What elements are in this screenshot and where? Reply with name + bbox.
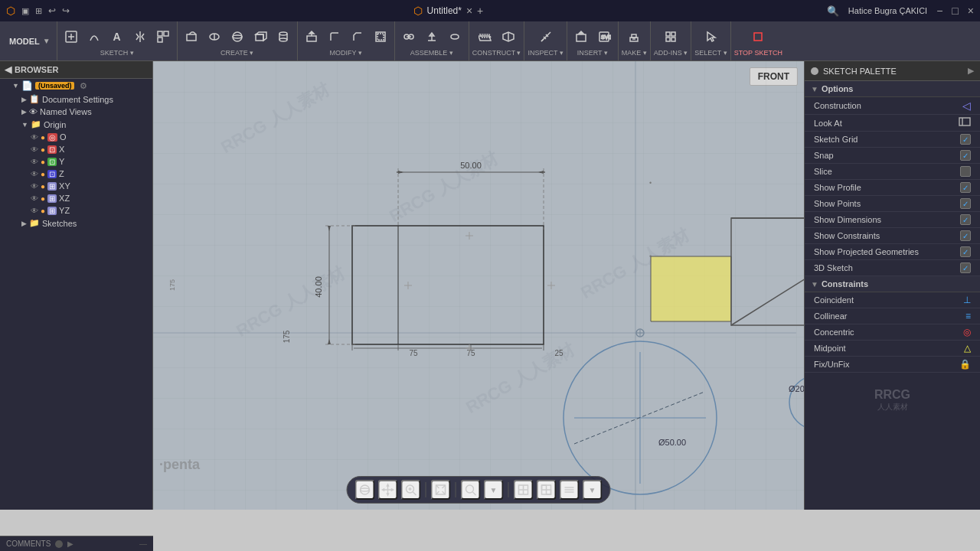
- undo-btn[interactable]: ↩: [48, 5, 56, 16]
- cylinder-btn[interactable]: [273, 26, 294, 47]
- zoom-expand-btn[interactable]: ▼: [484, 480, 504, 500]
- settings-icon[interactable]: ⚙: [80, 81, 87, 91]
- collapse-palette-btn[interactable]: ▶: [968, 66, 974, 76]
- new-tab-btn[interactable]: +: [477, 5, 483, 17]
- browser-item-yz[interactable]: 👁 ● ⊞ YZ: [0, 204, 152, 217]
- motion-link-btn[interactable]: [444, 26, 466, 47]
- insert-svg-btn[interactable]: SVG: [593, 26, 615, 47]
- browser-collapse-icon[interactable]: ◀: [5, 64, 11, 75]
- insert-mesh-btn[interactable]: [570, 26, 592, 47]
- show-projected-checkbox[interactable]: [960, 246, 971, 257]
- construction-icon[interactable]: ◁: [962, 99, 971, 112]
- midplane-btn[interactable]: [498, 26, 519, 47]
- sketch-create-btn[interactable]: [60, 26, 82, 47]
- minimize-btn[interactable]: −: [936, 5, 942, 17]
- browser-item-z[interactable]: 👁 ● ⊡ Z: [0, 168, 152, 180]
- coincident-icon[interactable]: ⊥: [963, 295, 971, 305]
- shell-btn[interactable]: [370, 26, 391, 47]
- browser-item-origin[interactable]: ▼ 📁 Origin: [0, 118, 152, 131]
- browser-item-unsaved[interactable]: ▼ 📄 (Unsaved) ⚙: [0, 79, 152, 93]
- constraints-section-header[interactable]: ▼ Constraints: [805, 276, 980, 292]
- maximize-btn[interactable]: □: [952, 5, 958, 17]
- midpoint-icon[interactable]: △: [964, 343, 971, 354]
- browser-item-o[interactable]: 👁 ● ◎ O: [0, 131, 152, 143]
- svg-rect-21: [307, 36, 316, 41]
- display-mode-btn[interactable]: [514, 480, 534, 500]
- canvas-area[interactable]: RRCG 人人素材 RRCG 人人素材 RRCG 人人素材 RRCG 人人素材 …: [153, 61, 804, 510]
- close-btn[interactable]: ×: [466, 5, 472, 17]
- show-constraints-checkbox[interactable]: [960, 230, 971, 241]
- collinear-icon[interactable]: ≡: [965, 311, 971, 321]
- browser-item-x[interactable]: 👁 ● ⊡ X: [0, 143, 152, 155]
- sphere-btn[interactable]: [227, 26, 248, 47]
- sketch-label: SKETCH ▾: [100, 49, 134, 57]
- fillet-btn[interactable]: [324, 26, 345, 47]
- chamfer-btn[interactable]: [347, 26, 368, 47]
- svg-rect-48: [666, 32, 670, 36]
- extrude-btn[interactable]: [181, 26, 202, 47]
- 3dprint-btn[interactable]: [623, 26, 645, 47]
- browser-item-document-settings[interactable]: ▶ 📋 Document Settings: [0, 93, 152, 106]
- eye-icon-xz[interactable]: 👁: [31, 194, 38, 203]
- look-at-icon[interactable]: [959, 117, 971, 129]
- sketch-canvas[interactable]: 50.00 40.00 75 75 25 175: [153, 61, 804, 510]
- slice-checkbox[interactable]: [960, 166, 971, 177]
- 3d-sketch-checkbox[interactable]: [960, 262, 971, 273]
- expand-view-btn[interactable]: ▼: [583, 480, 603, 500]
- browser-header[interactable]: ◀ BROWSER: [0, 61, 152, 79]
- pattern-btn[interactable]: [152, 26, 174, 47]
- snap-label: Snap: [814, 151, 834, 160]
- sketch-palette-panel: SKETCH PALETTE ▶ ▼ Options Construction …: [804, 61, 980, 510]
- redo-btn[interactable]: ↪: [62, 5, 70, 16]
- revolve-btn[interactable]: [204, 26, 225, 47]
- eye-icon-yz[interactable]: 👁: [31, 207, 38, 215]
- fit-btn[interactable]: [431, 480, 451, 500]
- measure-btn[interactable]: [535, 26, 557, 47]
- arc-btn[interactable]: [83, 26, 105, 47]
- browser-item-sketches[interactable]: ▶ 📁 Sketches: [0, 217, 152, 230]
- toolbar-menu[interactable]: ⊞: [35, 6, 42, 16]
- box-btn[interactable]: [250, 26, 271, 47]
- zoom-dropdown-btn[interactable]: [461, 480, 481, 500]
- sketch-grid-checkbox[interactable]: [960, 134, 971, 145]
- stop-sketch-btn[interactable]: [747, 26, 769, 47]
- ground-btn[interactable]: [421, 26, 443, 47]
- snap-checkbox[interactable]: [960, 150, 971, 161]
- concentric-icon[interactable]: ◎: [963, 327, 971, 337]
- model-dropdown-icon[interactable]: ▼: [43, 37, 51, 45]
- eye-icon-x[interactable]: 👁: [31, 145, 38, 154]
- show-profile-checkbox[interactable]: [960, 182, 971, 193]
- text-btn[interactable]: A: [106, 26, 128, 47]
- fix-icon[interactable]: 🔒: [959, 359, 971, 370]
- eye-icon-o[interactable]: 👁: [31, 133, 38, 142]
- show-dimensions-checkbox[interactable]: [960, 214, 971, 225]
- joint-btn[interactable]: [398, 26, 420, 47]
- model-selector[interactable]: MODEL ▼: [3, 21, 57, 60]
- option-3d-sketch: 3D Sketch: [805, 260, 980, 276]
- mirror-btn[interactable]: [129, 26, 151, 47]
- orbit-btn[interactable]: [355, 480, 375, 500]
- eye-icon-xy[interactable]: 👁: [31, 182, 38, 191]
- light-icon-o: ●: [41, 133, 45, 142]
- search-icon[interactable]: 🔍: [827, 5, 839, 17]
- browser-item-y[interactable]: 👁 ● ⊡ Y: [0, 155, 152, 168]
- browser-item-xz[interactable]: 👁 ● ⊞ XZ: [0, 192, 152, 204]
- offset-plane-btn[interactable]: [475, 26, 496, 47]
- browser-item-named-views[interactable]: ▶ 👁 Named Views: [0, 106, 152, 118]
- window-close-btn[interactable]: ×: [968, 5, 974, 17]
- zoom-btn[interactable]: [401, 480, 421, 500]
- grid-display-btn[interactable]: [537, 480, 557, 500]
- more-display-btn[interactable]: [560, 480, 580, 500]
- press-pull-btn[interactable]: [301, 26, 322, 47]
- eye-icon-z[interactable]: 👁: [31, 170, 38, 178]
- svg-line-60: [413, 492, 416, 495]
- file-menu[interactable]: ▣: [21, 6, 29, 16]
- expand-icon-views: ▶: [21, 108, 27, 116]
- show-points-checkbox[interactable]: [960, 198, 971, 209]
- eye-icon-y[interactable]: 👁: [31, 158, 38, 166]
- select-btn[interactable]: [701, 26, 722, 47]
- options-section-header[interactable]: ▼ Options: [805, 81, 980, 97]
- addins-btn[interactable]: [660, 26, 681, 47]
- browser-item-xy[interactable]: 👁 ● ⊞ XY: [0, 180, 152, 192]
- pan-btn[interactable]: [378, 480, 398, 500]
